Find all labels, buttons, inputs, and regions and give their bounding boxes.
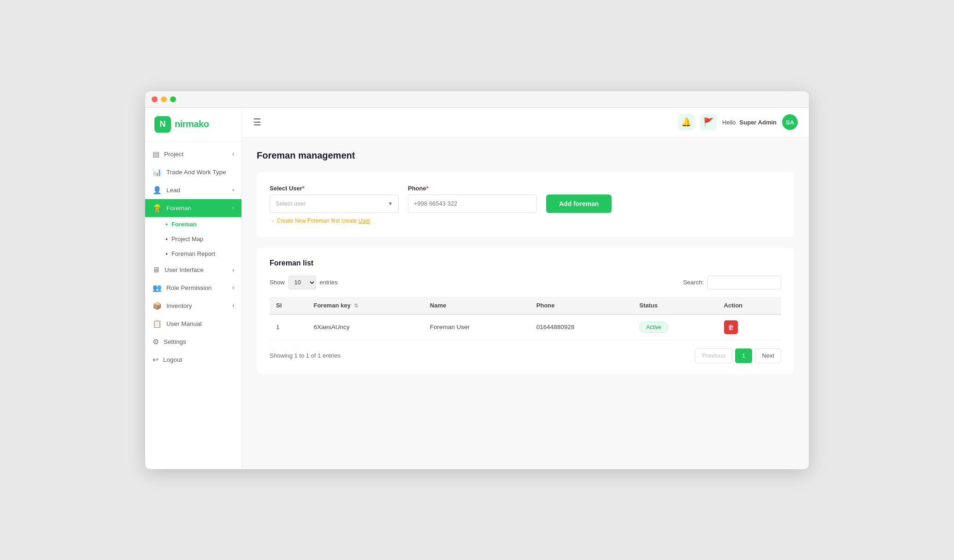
cell-sl: 1	[270, 314, 307, 340]
show-label: Show	[270, 279, 285, 286]
main-content: Foreman management Select User*	[242, 137, 809, 469]
foreman-icon: 👷	[153, 204, 162, 212]
minimize-dot[interactable]	[161, 96, 167, 102]
avatar: SA	[782, 114, 798, 130]
app-inner: N nirmako ▤ Project ‹ 📊 Trade And Work T…	[145, 108, 809, 469]
hello-label: Hello	[722, 119, 736, 126]
chevron-right-icon: ‹	[232, 187, 234, 193]
add-foreman-button[interactable]: Add foreman	[546, 195, 612, 213]
cell-action: 🗑	[718, 314, 781, 340]
select-user-label: Select User*	[270, 185, 399, 192]
foreman-table: Sl Foreman key ⇅ Name	[270, 297, 781, 340]
cell-foreman-key: 6XaesAUncy	[307, 314, 423, 340]
sidebar-item-label: Logout	[163, 356, 182, 363]
user-name: Super Admin	[740, 119, 777, 126]
sidebar-item-inventory[interactable]: 📦 Inventory ‹	[145, 297, 241, 315]
trade-icon: 📊	[153, 168, 162, 177]
col-foreman-key[interactable]: Foreman key ⇅	[307, 297, 423, 314]
table-section: Foreman list Show 10 25 50 100 en	[257, 248, 794, 374]
role-icon: 👥	[153, 283, 162, 292]
delete-button[interactable]: 🗑	[724, 320, 738, 334]
close-dot[interactable]	[152, 96, 158, 102]
chevron-down-icon: ›	[232, 205, 234, 211]
bell-icon: 🔔	[681, 117, 691, 127]
sidebar-item-foreman[interactable]: 👷 Foreman ›	[145, 199, 241, 217]
table-section-title: Foreman list	[270, 259, 781, 267]
sidebar-item-role-permission[interactable]: 👥 Role Permission ‹	[145, 279, 241, 297]
phone-input[interactable]	[408, 195, 537, 213]
sidebar-item-logout[interactable]: ↩ Logout	[145, 351, 241, 369]
sidebar: N nirmako ▤ Project ‹ 📊 Trade And Work T…	[145, 108, 242, 469]
previous-button[interactable]: Previous	[695, 348, 732, 363]
app-header: ☰ 🔔 🚩 Hello Super Admin SA	[242, 108, 809, 137]
sidebar-item-lead[interactable]: 👤 Lead ‹	[145, 181, 241, 199]
titlebar	[145, 91, 809, 108]
maximize-dot[interactable]	[170, 96, 176, 102]
lead-icon: 👤	[153, 186, 162, 195]
logo-icon: N	[154, 116, 171, 133]
pagination: Previous 1 Next	[695, 348, 781, 363]
entries-select[interactable]: 10 25 50 100	[289, 276, 316, 289]
table-body: 1 6XaesAUncy Foreman User 01644880928 Ac…	[270, 314, 781, 340]
sidebar-item-label: Project	[164, 151, 183, 158]
col-phone: Phone	[530, 297, 633, 314]
table-row: 1 6XaesAUncy Foreman User 01644880928 Ac…	[270, 314, 781, 340]
create-user-link[interactable]: User	[359, 218, 370, 224]
sidebar-item-label: Role Permission	[166, 284, 212, 291]
sidebar-item-user-manual[interactable]: 📋 User Manual	[145, 315, 241, 333]
phone-label: Phone*	[408, 185, 537, 192]
form-row: Select User* Select user ▼	[270, 185, 781, 213]
settings-icon: ⚙	[153, 337, 159, 346]
flag-button[interactable]: 🚩	[700, 114, 717, 130]
sort-icon: ⇅	[354, 303, 358, 308]
sidebar-item-trade-work[interactable]: 📊 Trade And Work Type	[145, 163, 241, 181]
search-input[interactable]	[707, 276, 781, 289]
manual-icon: 📋	[153, 319, 162, 328]
col-action: Action	[718, 297, 781, 314]
project-map-label: Project Map	[171, 236, 203, 242]
select-user-group: Select User* Select user ▼	[270, 185, 399, 213]
foreman-sub-label: Foreman	[171, 221, 197, 228]
table-head: Sl Foreman key ⇅ Name	[270, 297, 781, 314]
next-button[interactable]: Next	[755, 348, 781, 363]
status-badge: Active	[639, 322, 668, 333]
chevron-right-icon: ‹	[232, 267, 234, 273]
page-1-button[interactable]: 1	[735, 348, 752, 363]
user-info: Hello Super Admin	[722, 119, 777, 126]
showing-text: Showing 1 to 1 of 1 entries	[270, 352, 341, 359]
select-user-input[interactable]: Select user	[270, 195, 399, 213]
logo: N nirmako	[154, 116, 232, 133]
col-sl: Sl	[270, 297, 307, 314]
logo-text: nirmako	[175, 119, 209, 130]
hamburger-icon[interactable]: ☰	[253, 117, 261, 128]
cell-status: Active	[633, 314, 717, 340]
create-link-row: → Create New Foreman first create User	[270, 218, 781, 224]
sidebar-item-settings[interactable]: ⚙ Settings	[145, 333, 241, 351]
col-name: Name	[424, 297, 530, 314]
chevron-right-icon: ‹	[232, 284, 234, 291]
app-window: N nirmako ▤ Project ‹ 📊 Trade And Work T…	[145, 91, 809, 469]
search-label: Search:	[683, 279, 704, 286]
project-icon: ▤	[153, 150, 159, 159]
form-section: Select User* Select user ▼	[257, 172, 794, 237]
notification-button[interactable]: 🔔	[678, 114, 695, 130]
logout-icon: ↩	[153, 355, 159, 364]
phone-group: Phone*	[408, 185, 537, 213]
sidebar-item-foreman-report[interactable]: Foreman Report	[154, 247, 241, 261]
logo-area: N nirmako	[145, 108, 241, 141]
inventory-icon: 📦	[153, 301, 162, 310]
flag-icon: 🚩	[703, 117, 713, 127]
trash-icon: 🗑	[728, 324, 734, 331]
sidebar-item-user-interface[interactable]: 🖥 User Interface ‹	[145, 261, 241, 279]
sidebar-item-label: User Interface	[165, 266, 204, 273]
table-controls: Show 10 25 50 100 entries Search	[270, 276, 781, 289]
cell-phone: 01644880928	[530, 314, 633, 340]
sidebar-item-project-map[interactable]: Project Map	[154, 232, 241, 247]
main-content-wrapper: ☰ 🔔 🚩 Hello Super Admin SA	[242, 108, 809, 469]
sidebar-item-foreman-sub[interactable]: Foreman	[154, 217, 241, 232]
sidebar-item-project[interactable]: ▤ Project ‹	[145, 145, 241, 163]
user-interface-icon: 🖥	[153, 266, 160, 274]
sidebar-item-label: Trade And Work Type	[166, 169, 226, 176]
entries-label: entries	[320, 279, 338, 286]
show-entries: Show 10 25 50 100 entries	[270, 276, 338, 289]
